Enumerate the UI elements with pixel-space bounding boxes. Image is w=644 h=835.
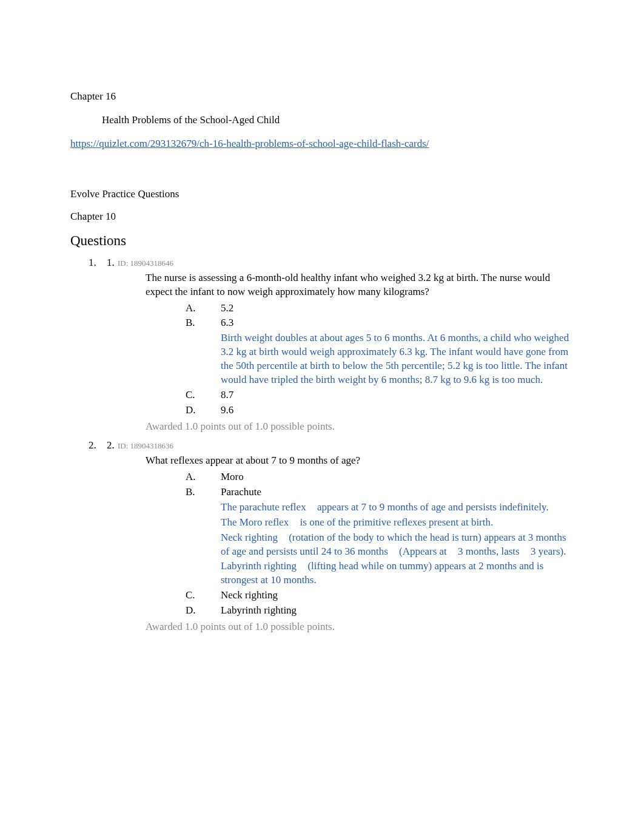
choice-row: C.Neck righting xyxy=(186,589,574,603)
choice-letter: C. xyxy=(186,388,221,402)
choice-letter: A. xyxy=(186,470,221,484)
question-number-row: 2.2.ID: 18904318636 xyxy=(89,439,574,453)
choice-text: 6.3 xyxy=(221,316,574,330)
choice-rationale-line: Neck righting (rotation of the body to w… xyxy=(221,531,574,559)
resource-link[interactable]: https://quizlet.com/293132679/ch-16-heal… xyxy=(70,138,429,149)
choice-text: 9.6 xyxy=(221,404,574,418)
chapter-sub: Chapter 10 xyxy=(70,210,574,224)
choice-row: B.Parachute xyxy=(186,485,574,499)
question-stem: What reflexes appear at about 7 to 9 mon… xyxy=(146,454,574,468)
question-item: 1.1.ID: 18904318646The nurse is assessin… xyxy=(89,256,574,434)
question-inner-number: 1. xyxy=(107,256,118,270)
choice-row: B.6.3 xyxy=(186,316,574,330)
question-outer-number: 1. xyxy=(89,256,107,270)
choice-text: Neck righting xyxy=(221,589,574,603)
choice-row: A.5.2 xyxy=(186,302,574,316)
choice-row: D.Labyrinth righting xyxy=(186,604,574,618)
rationale-segment: The Moro reflex xyxy=(221,516,292,528)
chapter-bullet-text: Health Problems of the School-Aged Child xyxy=(102,113,280,127)
choices: A.5.2B.6.3Birth weight doubles at about … xyxy=(186,302,574,418)
awarded-points: Awarded 1.0 points out of 1.0 possible p… xyxy=(146,620,574,634)
choices: A.MoroB.ParachuteThe parachute reflex ap… xyxy=(186,470,574,618)
choice-rationale-line: The parachute reflex appears at 7 to 9 m… xyxy=(221,501,574,515)
choice-letter: B. xyxy=(186,316,221,330)
question-id: ID: 18904318636 xyxy=(118,441,173,451)
rationale-segment: 3 years). xyxy=(531,546,566,557)
choice-letter: D. xyxy=(186,404,221,418)
question-inner-number: 2. xyxy=(107,439,118,453)
rationale-segment: (Appears at xyxy=(399,546,449,557)
rationale-segment: 3 months, lasts xyxy=(458,546,522,557)
question-stem: The nurse is assessing a 6-month-old hea… xyxy=(146,271,574,299)
resource-link-row: https://quizlet.com/293132679/ch-16-heal… xyxy=(70,137,574,151)
choice-letter: D. xyxy=(186,604,221,618)
rationale-segment: Neck righting xyxy=(221,532,280,543)
questions-heading: Questions xyxy=(70,231,574,250)
rationale-segment: The parachute reflex xyxy=(221,501,309,513)
question-number-row: 1.1.ID: 18904318646 xyxy=(89,256,574,270)
choice-rationale: Birth weight doubles at about ages 5 to … xyxy=(221,331,574,387)
choice-text: Parachute xyxy=(221,485,574,499)
choice-text: 8.7 xyxy=(221,388,574,402)
questions-list: 1.1.ID: 18904318646The nurse is assessin… xyxy=(70,256,574,634)
choice-row: C.8.7 xyxy=(186,388,574,402)
question-outer-number: 2. xyxy=(89,439,107,453)
chapter-bullet-row: Health Problems of the School-Aged Child xyxy=(87,113,574,127)
choice-text: Labyrinth righting xyxy=(221,604,574,618)
choice-rationale-line: Labyrinth righting (lifting head while o… xyxy=(221,559,574,587)
rationale-segment: Labyrinth righting xyxy=(221,560,299,572)
rationale-segment: appears at 7 to 9 months of age and pers… xyxy=(317,501,549,513)
choice-row: D.9.6 xyxy=(186,404,574,418)
question-item: 2.2.ID: 18904318636What reflexes appear … xyxy=(89,439,574,634)
awarded-points: Awarded 1.0 points out of 1.0 possible p… xyxy=(146,420,574,434)
question-id: ID: 18904318646 xyxy=(118,258,173,269)
choice-letter: B. xyxy=(186,485,221,499)
choice-letter: C. xyxy=(186,589,221,603)
choice-letter: A. xyxy=(186,302,221,316)
choice-text: 5.2 xyxy=(221,302,574,316)
choice-row: A.Moro xyxy=(186,470,574,484)
section-heading: Evolve Practice Questions xyxy=(70,188,574,201)
choice-text: Moro xyxy=(221,470,574,484)
chapter-title: Chapter 16 xyxy=(70,90,574,104)
choice-rationale-line: The Moro reflex is one of the primitive … xyxy=(221,516,574,530)
rationale-segment: is one of the primitive reflexes present… xyxy=(300,516,494,528)
